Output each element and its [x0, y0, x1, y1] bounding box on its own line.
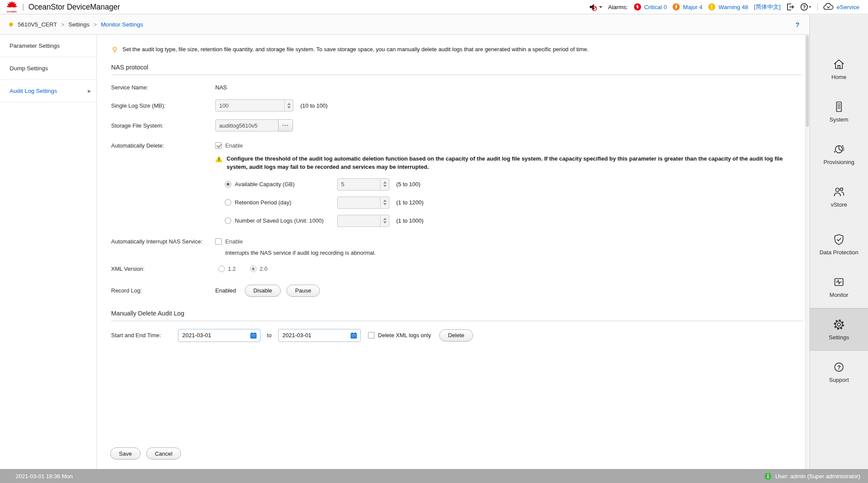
xml-version-2-0-radio[interactable]	[250, 266, 256, 272]
sidebar-item-data-protection[interactable]: Data Protection	[810, 223, 868, 266]
pause-record-log-button[interactable]: Pause	[286, 285, 320, 297]
auto-delete-label: Automatically Delete:	[111, 142, 215, 149]
svg-text:?: ?	[803, 4, 806, 10]
alarm-critical[interactable]: Critical 0	[634, 3, 667, 11]
nas-protocol-section-title: NAS protocol	[111, 64, 803, 75]
retention-period-radio[interactable]	[225, 199, 231, 206]
start-date-value: 2021-03-01	[182, 332, 211, 338]
spin-up-icon[interactable]	[383, 200, 387, 202]
logo-caption: HUAWEI	[7, 10, 17, 13]
end-date-input[interactable]: 2021-03-01	[278, 329, 361, 342]
logout-icon	[786, 3, 795, 11]
available-capacity-radio[interactable]	[225, 181, 231, 187]
record-log-status: Enabled	[215, 287, 236, 294]
end-date-calendar-button[interactable]	[350, 332, 357, 339]
interrupt-nas-checkbox-label: Enable	[225, 238, 243, 245]
alarm-critical-text: Critical 0	[644, 4, 667, 10]
interrupt-nas-description: Interrupts the NAS service if audit log …	[225, 250, 803, 256]
sidebar-item-monitor[interactable]: Monitor	[810, 266, 868, 308]
storage-fs-input[interactable]: auditlog5610v5	[215, 119, 279, 131]
sidebar-item-label: vStore	[831, 201, 847, 208]
single-log-size-label: Single Log Size (MB):	[111, 102, 215, 109]
sidebar-item-system[interactable]: System	[810, 90, 868, 133]
sidebar-item-label: System	[829, 116, 848, 123]
nav-item-audit-log-settings[interactable]: Audit Log Settings ▶	[0, 80, 96, 102]
start-date-input[interactable]: 2021-03-01	[178, 329, 260, 342]
nav-item-parameter-settings[interactable]: Parameter Settings	[0, 35, 96, 57]
tip-lightbulb-icon	[111, 46, 118, 53]
interrupt-nas-checkbox[interactable]	[215, 238, 222, 245]
spin-up-icon[interactable]	[287, 103, 291, 105]
xml-version-1-2-radio[interactable]	[218, 266, 225, 272]
breadcrumb-settings[interactable]: Settings	[68, 21, 89, 28]
spin-down-icon[interactable]	[287, 106, 291, 108]
page-tip-text: Set the audit log type, file size, reten…	[122, 46, 589, 53]
monitor-icon	[832, 276, 845, 289]
cancel-button[interactable]: Cancel	[146, 447, 181, 460]
retention-period-input[interactable]	[337, 197, 389, 209]
spin-down-icon[interactable]	[383, 185, 387, 187]
nav-item-dump-settings[interactable]: Dump Settings	[0, 57, 96, 80]
sidebar-item-provisioning[interactable]: Provisioning	[810, 133, 868, 175]
warning-triangle-icon	[215, 156, 223, 162]
delete-xml-only-checkbox[interactable]	[368, 332, 375, 338]
app-title: OceanStor DeviceManager	[28, 3, 120, 12]
spin-up-icon[interactable]	[383, 218, 387, 220]
saved-logs-radio[interactable]	[225, 217, 231, 224]
device-status-dot	[9, 23, 13, 26]
available-capacity-input[interactable]: 5	[337, 178, 389, 191]
sidebar-item-vstore[interactable]: vStore	[810, 175, 868, 218]
retention-period-hint: (1 to 1200)	[396, 199, 424, 206]
eservice-cloud-icon	[823, 3, 834, 11]
breadcrumb-monitor-settings[interactable]: Monitor Settings	[101, 21, 143, 28]
status-user: User: admin (Super administrator)	[775, 473, 860, 480]
audit-log-settings-content: Set the audit log type, file size, reten…	[97, 35, 809, 469]
delete-audit-log-button[interactable]: Delete	[439, 329, 473, 342]
auto-delete-checkbox-label: Enable	[225, 142, 243, 149]
saved-logs-stepper[interactable]	[380, 215, 389, 227]
spin-up-icon[interactable]	[383, 181, 387, 184]
record-log-label: Record Log:	[111, 287, 215, 294]
available-capacity-value: 5	[338, 181, 380, 187]
service-name-label: Service Name:	[111, 84, 215, 91]
start-end-time-label: Start and End Time:	[111, 332, 178, 338]
available-capacity-stepper[interactable]	[380, 179, 389, 190]
xml-version-2-0-label: 2.0	[260, 266, 267, 272]
single-log-size-stepper[interactable]	[284, 100, 293, 111]
breadcrumb-separator: >	[93, 21, 97, 28]
sidebar-item-settings[interactable]: Settings	[810, 308, 868, 351]
interrupt-nas-label: Automatically Interrupt NAS Service:	[111, 238, 215, 245]
storage-fs-value: auditlog5610v5	[219, 122, 257, 129]
auto-delete-checkbox[interactable]	[215, 142, 222, 149]
language-switch[interactable]: [简体中文]	[754, 3, 781, 11]
xml-version-label: XML Version:	[111, 266, 215, 272]
brand-divider: |	[22, 3, 24, 11]
spin-down-icon[interactable]	[383, 221, 387, 223]
disable-record-log-button[interactable]: Disable	[245, 285, 281, 297]
available-capacity-label: Available Capacity (GB)	[235, 181, 337, 187]
breadcrumb-device[interactable]: 5610V5_CERT	[18, 21, 57, 28]
spin-down-icon[interactable]	[383, 203, 387, 205]
scrollbar-thumb[interactable]	[806, 36, 809, 127]
saved-logs-input[interactable]	[337, 215, 389, 227]
available-capacity-hint: (5 to 100)	[396, 181, 421, 187]
saved-logs-label: Number of Saved Logs (Unit: 1000)	[235, 217, 337, 224]
retention-period-stepper[interactable]	[380, 197, 389, 208]
logout-button[interactable]	[786, 3, 795, 11]
page-help-button[interactable]: ?	[796, 21, 799, 28]
sidebar-item-label: Support	[829, 377, 849, 383]
sidebar-item-support[interactable]: ? Support	[810, 351, 868, 393]
alarm-sound-toggle[interactable]	[589, 3, 602, 11]
single-log-size-input[interactable]: 100	[215, 99, 293, 112]
storage-fs-browse-button[interactable]: ···	[278, 119, 293, 131]
save-button[interactable]: Save	[110, 447, 141, 460]
alarm-warning[interactable]: Warning 48	[708, 3, 748, 11]
sidebar-item-home[interactable]: Home	[810, 48, 868, 90]
status-datetime: 2021-03-01 18:36 Mon	[16, 473, 73, 480]
help-menu[interactable]: ?	[800, 3, 812, 11]
start-date-calendar-button[interactable]	[250, 332, 257, 339]
user-info-icon	[764, 473, 772, 480]
content-scrollbar[interactable]	[805, 35, 809, 469]
eservice-link[interactable]: eService	[823, 3, 859, 11]
alarm-major[interactable]: Major 4	[672, 3, 702, 11]
